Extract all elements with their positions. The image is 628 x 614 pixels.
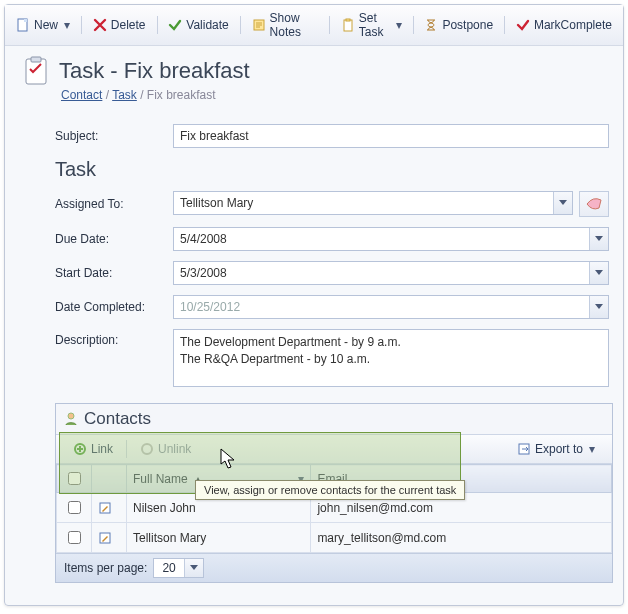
export-label: Export to xyxy=(535,442,583,456)
svg-rect-1 xyxy=(24,19,27,22)
subject-input[interactable] xyxy=(173,124,609,148)
export-to-button[interactable]: Export to ▾ xyxy=(506,438,606,460)
subject-input-field[interactable] xyxy=(174,125,608,147)
dropdown-caret-icon: ▾ xyxy=(62,18,70,32)
svg-rect-9 xyxy=(31,57,41,62)
edit-column-header xyxy=(92,465,127,493)
mark-complete-button[interactable]: MarkComplete xyxy=(509,14,619,36)
date-completed-value: 10/25/2012 xyxy=(174,296,589,318)
crumb-contact-link[interactable]: Contact xyxy=(61,88,102,102)
select-all-checkbox[interactable] xyxy=(68,472,81,485)
row-full-name: Tellitson Mary xyxy=(127,523,311,553)
start-date-input[interactable] xyxy=(173,261,609,285)
date-completed-input[interactable]: 10/25/2012 xyxy=(173,295,609,319)
crumb-task-link[interactable]: Task xyxy=(112,88,137,102)
subject-label: Subject: xyxy=(55,129,173,143)
link-label: Link xyxy=(91,442,113,456)
task-section-heading: Task xyxy=(55,158,609,181)
mark-complete-label: MarkComplete xyxy=(534,18,612,32)
set-task-button[interactable]: Set Task ▾ xyxy=(334,7,409,43)
notes-icon xyxy=(252,18,266,32)
validate-label: Validate xyxy=(186,18,228,32)
start-date-dropdown-button[interactable] xyxy=(589,262,608,284)
breadcrumb: Contact / Task / Fix breakfast xyxy=(5,86,623,116)
start-date-label: Start Date: xyxy=(55,266,173,280)
dropdown-caret-icon: ▾ xyxy=(394,18,402,32)
task-clipboard-icon xyxy=(23,56,49,86)
contacts-grid: Full Name ▴ ▾ Email Nilsen John john_nil… xyxy=(56,464,612,553)
assigned-to-dropdown-button[interactable] xyxy=(553,192,572,214)
show-notes-button[interactable]: Show Notes xyxy=(245,7,325,43)
document-new-icon xyxy=(16,18,30,32)
due-date-label: Due Date: xyxy=(55,232,173,246)
new-label: New xyxy=(34,18,58,32)
crumb-current: Fix breakfast xyxy=(147,88,216,102)
svg-point-12 xyxy=(142,444,152,454)
contacts-title: Contacts xyxy=(84,409,151,429)
table-row[interactable]: Tellitson Mary mary_tellitson@md.com xyxy=(57,523,612,553)
row-edit-button[interactable] xyxy=(92,493,127,523)
unlink-icon xyxy=(140,442,154,456)
row-checkbox[interactable] xyxy=(68,531,81,544)
svg-point-10 xyxy=(68,413,74,419)
assigned-to-clear-button[interactable] xyxy=(579,191,609,217)
link-button[interactable]: Link xyxy=(62,438,124,460)
full-name-header-label: Full Name xyxy=(133,472,188,486)
assigned-to-lookup[interactable]: Tellitson Mary xyxy=(173,191,573,215)
validate-button[interactable]: Validate xyxy=(161,14,235,36)
start-date-field[interactable] xyxy=(174,262,589,284)
page-title: Task - Fix breakfast xyxy=(59,58,250,84)
dropdown-caret-icon: ▾ xyxy=(587,442,595,456)
page-size-select[interactable]: 20 xyxy=(153,558,203,578)
postpone-label: Postpone xyxy=(442,18,493,32)
link-add-icon xyxy=(73,442,87,456)
contacts-toolbar: Link Unlink Export to ▾ xyxy=(56,435,612,464)
select-all-header[interactable] xyxy=(57,465,92,493)
postpone-button[interactable]: Postpone xyxy=(417,14,500,36)
export-icon xyxy=(517,442,531,456)
main-toolbar: New ▾ Delete Validate Show Notes xyxy=(5,5,623,46)
page-size-dropdown-button[interactable] xyxy=(184,559,203,577)
due-date-dropdown-button[interactable] xyxy=(589,228,608,250)
assigned-to-label: Assigned To: xyxy=(55,197,173,211)
row-checkbox[interactable] xyxy=(68,501,81,514)
delete-x-icon xyxy=(93,18,107,32)
row-email: mary_tellitson@md.com xyxy=(311,523,612,553)
check-icon xyxy=(168,18,182,32)
svg-rect-6 xyxy=(344,20,352,31)
due-date-field[interactable] xyxy=(174,228,589,250)
page-size-value: 20 xyxy=(154,559,183,577)
date-completed-dropdown-button[interactable] xyxy=(589,296,608,318)
svg-rect-8 xyxy=(26,59,46,84)
person-icon xyxy=(64,412,78,426)
grid-pager: Items per page: 20 xyxy=(56,553,612,582)
due-date-input[interactable] xyxy=(173,227,609,251)
description-textarea[interactable]: The Development Department - by 9 a.m. T… xyxy=(173,329,609,387)
unlink-label: Unlink xyxy=(158,442,191,456)
assigned-to-value: Tellitson Mary xyxy=(174,192,553,214)
delete-button[interactable]: Delete xyxy=(86,14,153,36)
show-notes-label: Show Notes xyxy=(270,11,318,39)
pager-label: Items per page: xyxy=(64,561,147,575)
set-task-label: Set Task xyxy=(359,11,390,39)
clipboard-task-icon xyxy=(341,18,355,32)
unlink-button[interactable]: Unlink xyxy=(129,438,202,460)
svg-rect-7 xyxy=(346,19,350,21)
row-edit-button[interactable] xyxy=(92,523,127,553)
delete-label: Delete xyxy=(111,18,146,32)
check-mark-icon xyxy=(516,18,530,32)
contacts-tooltip: View, assign or remove contacts for the … xyxy=(195,480,465,500)
date-completed-label: Date Completed: xyxy=(55,300,173,314)
description-label: Description: xyxy=(55,329,173,347)
hourglass-icon xyxy=(424,18,438,32)
new-button[interactable]: New ▾ xyxy=(9,14,77,36)
